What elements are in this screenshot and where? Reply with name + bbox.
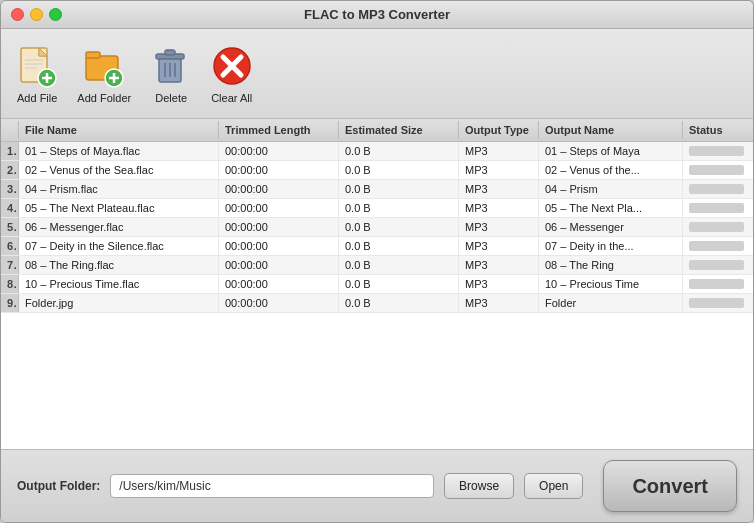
col-file-name: File Name — [19, 121, 219, 139]
cell-output-type: MP3 — [459, 142, 539, 160]
cell-output-type: MP3 — [459, 294, 539, 312]
cell-status — [683, 162, 753, 178]
cell-file-name: 08 – The Ring.flac — [19, 256, 219, 274]
cell-num: 6 — [1, 237, 19, 255]
cell-trimmed-length: 00:00:00 — [219, 218, 339, 236]
add-folder-label: Add Folder — [77, 92, 131, 104]
cell-output-type: MP3 — [459, 218, 539, 236]
cell-status — [683, 257, 753, 273]
svg-rect-15 — [165, 50, 175, 55]
col-status: Status — [683, 121, 753, 139]
table-row[interactable]: 8 10 – Precious Time.flac 00:00:00 0.0 B… — [1, 275, 753, 294]
cell-output-name: Folder — [539, 294, 683, 312]
convert-button[interactable]: Convert — [603, 460, 737, 512]
window-title: FLAC to MP3 Converter — [304, 7, 450, 22]
cell-file-name: 06 – Messenger.flac — [19, 218, 219, 236]
delete-label: Delete — [155, 92, 187, 104]
table-row[interactable]: 4 05 – The Next Plateau.flac 00:00:00 0.… — [1, 199, 753, 218]
cell-file-name: 01 – Steps of Maya.flac — [19, 142, 219, 160]
cell-trimmed-length: 00:00:00 — [219, 180, 339, 198]
cell-status — [683, 276, 753, 292]
status-bar — [689, 165, 744, 175]
add-file-button[interactable]: Add File — [17, 44, 57, 104]
col-output-name: Output Name — [539, 121, 683, 139]
table-row[interactable]: 1 01 – Steps of Maya.flac 00:00:00 0.0 B… — [1, 142, 753, 161]
table-row[interactable]: 5 06 – Messenger.flac 00:00:00 0.0 B MP3… — [1, 218, 753, 237]
delete-button[interactable]: Delete — [151, 44, 191, 104]
cell-status — [683, 295, 753, 311]
status-bar — [689, 184, 744, 194]
output-folder-input[interactable] — [110, 474, 434, 498]
cell-status — [683, 219, 753, 235]
cell-file-name: 05 – The Next Plateau.flac — [19, 199, 219, 217]
cell-file-name: 10 – Precious Time.flac — [19, 275, 219, 293]
status-bar — [689, 146, 744, 156]
add-folder-button[interactable]: Add Folder — [77, 44, 131, 104]
cell-estimated-size: 0.0 B — [339, 142, 459, 160]
output-folder-label: Output Folder: — [17, 479, 100, 493]
table-header: File Name Trimmed Length Estimated Size … — [1, 119, 753, 142]
cell-output-type: MP3 — [459, 180, 539, 198]
cell-output-name: 07 – Deity in the... — [539, 237, 683, 255]
cell-trimmed-length: 00:00:00 — [219, 237, 339, 255]
file-table: File Name Trimmed Length Estimated Size … — [1, 119, 753, 450]
cell-status — [683, 143, 753, 159]
cell-num: 1 — [1, 142, 19, 160]
cell-output-name: 02 – Venus of the... — [539, 161, 683, 179]
cell-output-type: MP3 — [459, 199, 539, 217]
status-bar — [689, 298, 744, 308]
status-bar — [689, 279, 744, 289]
svg-rect-9 — [86, 52, 100, 58]
cell-status — [683, 238, 753, 254]
main-window: FLAC to MP3 Converter Add File — [0, 0, 754, 523]
cell-file-name: 04 – Prism.flac — [19, 180, 219, 198]
cell-trimmed-length: 00:00:00 — [219, 275, 339, 293]
col-output-type: Output Type — [459, 121, 539, 139]
cell-trimmed-length: 00:00:00 — [219, 161, 339, 179]
cell-output-type: MP3 — [459, 161, 539, 179]
clear-all-button[interactable]: Clear All — [211, 44, 252, 104]
open-button[interactable]: Open — [524, 473, 583, 499]
cell-output-type: MP3 — [459, 237, 539, 255]
cell-estimated-size: 0.0 B — [339, 161, 459, 179]
status-bar — [689, 203, 744, 213]
add-folder-icon — [84, 44, 124, 88]
cell-file-name: 07 – Deity in the Silence.flac — [19, 237, 219, 255]
col-trimmed-length: Trimmed Length — [219, 121, 339, 139]
cell-trimmed-length: 00:00:00 — [219, 294, 339, 312]
add-file-label: Add File — [17, 92, 57, 104]
cell-num: 5 — [1, 218, 19, 236]
col-estimated-size: Estimated Size — [339, 121, 459, 139]
cell-estimated-size: 0.0 B — [339, 275, 459, 293]
minimize-button[interactable] — [30, 8, 43, 21]
cell-file-name: 02 – Venus of the Sea.flac — [19, 161, 219, 179]
cell-output-name: 05 – The Next Pla... — [539, 199, 683, 217]
col-num — [1, 121, 19, 139]
table-row[interactable]: 3 04 – Prism.flac 00:00:00 0.0 B MP3 04 … — [1, 180, 753, 199]
table-row[interactable]: 7 08 – The Ring.flac 00:00:00 0.0 B MP3 … — [1, 256, 753, 275]
close-button[interactable] — [11, 8, 24, 21]
cell-estimated-size: 0.0 B — [339, 294, 459, 312]
cell-num: 2 — [1, 161, 19, 179]
status-bar — [689, 222, 744, 232]
cell-status — [683, 200, 753, 216]
browse-button[interactable]: Browse — [444, 473, 514, 499]
maximize-button[interactable] — [49, 8, 62, 21]
status-bar — [689, 260, 744, 270]
toolbar: Add File Add Folder — [1, 29, 753, 119]
table-row[interactable]: 9 Folder.jpg 00:00:00 0.0 B MP3 Folder — [1, 294, 753, 313]
cell-output-name: 10 – Precious Time — [539, 275, 683, 293]
delete-icon — [151, 44, 191, 88]
status-bar — [689, 241, 744, 251]
title-bar: FLAC to MP3 Converter — [1, 1, 753, 29]
cell-trimmed-length: 00:00:00 — [219, 142, 339, 160]
table-row[interactable]: 2 02 – Venus of the Sea.flac 00:00:00 0.… — [1, 161, 753, 180]
cell-output-name: 06 – Messenger — [539, 218, 683, 236]
cell-output-name: 04 – Prism — [539, 180, 683, 198]
cell-num: 4 — [1, 199, 19, 217]
bottom-bar: Output Folder: Browse Open Convert — [1, 450, 753, 522]
table-row[interactable]: 6 07 – Deity in the Silence.flac 00:00:0… — [1, 237, 753, 256]
cell-estimated-size: 0.0 B — [339, 180, 459, 198]
cell-output-type: MP3 — [459, 256, 539, 274]
cell-estimated-size: 0.0 B — [339, 199, 459, 217]
